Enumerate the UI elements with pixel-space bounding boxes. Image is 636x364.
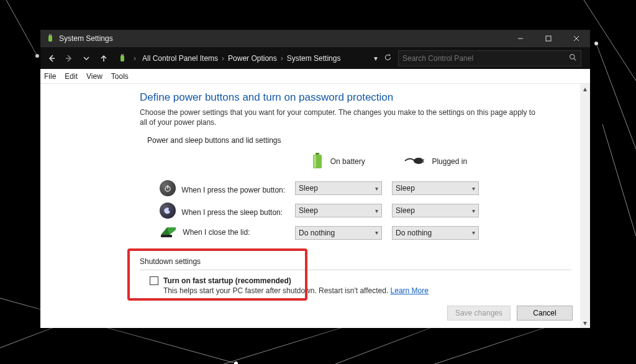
up-button[interactable]	[96, 50, 111, 67]
fast-startup-help: This helps start your PC faster after sh…	[163, 286, 571, 295]
svg-point-10	[234, 362, 238, 364]
battery-icon	[312, 153, 323, 171]
content-area: Define power buttons and turn on passwor…	[40, 84, 590, 328]
chevron-down-icon: ▾	[472, 229, 475, 236]
svg-rect-28	[316, 153, 319, 155]
menu-tools[interactable]: Tools	[111, 72, 129, 81]
navbar: › All Control Panel Items › Power Option…	[40, 47, 590, 69]
svg-rect-15	[51, 34, 52, 36]
chevron-down-icon: ▾	[375, 229, 378, 236]
lid-battery-select[interactable]: Do nothing▾	[295, 226, 382, 240]
breadcrumb: All Control Panel Items › Power Options …	[142, 54, 340, 63]
chevron-down-icon: ▾	[472, 185, 475, 192]
fast-startup-label: Turn on fast startup (recommended)	[163, 276, 291, 285]
save-changes-button[interactable]: Save changes	[447, 306, 511, 321]
svg-point-26	[570, 54, 575, 58]
menu-view[interactable]: View	[86, 72, 102, 81]
svg-point-9	[35, 54, 39, 58]
titlebar: System Settings	[40, 30, 590, 47]
refresh-icon[interactable]	[384, 53, 392, 63]
svg-rect-23	[120, 55, 124, 61]
vertical-scrollbar[interactable]: ▴ ▾	[580, 84, 590, 328]
cancel-button[interactable]: Cancel	[517, 306, 573, 321]
maximize-button[interactable]	[534, 30, 562, 47]
learn-more-link[interactable]: Learn More	[391, 286, 429, 295]
row-label: When I press the power button:	[181, 186, 285, 194]
dialog-buttons: Save changes Cancel	[447, 306, 573, 321]
svg-rect-17	[546, 36, 551, 41]
shutdown-settings-section: Shutdown settings Turn on fast startup (…	[140, 257, 571, 295]
search-box[interactable]	[398, 50, 581, 66]
power-settings-grid: On battery Plugged in When I pr	[155, 150, 484, 243]
sleep-button-plugged-select[interactable]: Sleep▾	[392, 204, 479, 217]
chevron-right-icon: ›	[281, 54, 283, 63]
scroll-up-icon[interactable]: ▴	[580, 84, 590, 94]
address-dropdown-icon[interactable]: ▾	[374, 54, 378, 63]
svg-line-4	[435, 323, 559, 364]
svg-rect-25	[123, 54, 124, 56]
lid-icon	[160, 225, 177, 240]
svg-line-8	[6, 0, 37, 56]
chevron-right-icon: ›	[134, 54, 136, 63]
power-button-battery-select[interactable]: Sleep▾	[295, 181, 382, 195]
menu-file[interactable]: File	[44, 72, 56, 81]
divider	[140, 270, 571, 270]
svg-rect-14	[49, 34, 50, 36]
menu-edit[interactable]: Edit	[65, 72, 78, 81]
svg-line-7	[602, 124, 636, 236]
window-controls	[506, 30, 590, 47]
fast-startup-checkbox[interactable]	[150, 276, 158, 285]
svg-line-27	[574, 58, 576, 60]
search-icon[interactable]	[569, 53, 577, 63]
svg-line-5	[584, 0, 636, 81]
location-icon	[117, 53, 127, 63]
chevron-down-icon: ▾	[375, 185, 378, 192]
page-body: Define power buttons and turn on passwor…	[40, 84, 590, 303]
page-subtitle: Choose the power settings that you want …	[140, 107, 537, 127]
sleep-button-battery-select[interactable]: Sleep▾	[295, 204, 382, 217]
svg-rect-13	[48, 35, 52, 42]
chevron-down-icon: ▾	[472, 207, 475, 214]
system-settings-window: System Settings › All Control Panel Item…	[40, 30, 590, 328]
breadcrumb-item[interactable]: All Control Panel Items	[142, 54, 218, 63]
recent-dropdown-icon[interactable]	[79, 50, 94, 67]
svg-rect-32	[422, 159, 424, 160]
power-button-plugged-select[interactable]: Sleep▾	[392, 181, 479, 195]
column-header-battery: On battery	[330, 157, 365, 166]
shutdown-section-title: Shutdown settings	[140, 257, 571, 266]
svg-point-31	[414, 158, 424, 164]
svg-point-12	[594, 42, 598, 45]
chevron-right-icon: ›	[222, 54, 224, 63]
section-label: Power and sleep buttons and lid settings	[147, 136, 571, 145]
svg-rect-30	[314, 155, 316, 168]
breadcrumb-item[interactable]: Power Options	[228, 54, 277, 63]
svg-rect-36	[161, 235, 172, 237]
window-title: System Settings	[59, 34, 113, 43]
breadcrumb-item[interactable]: System Settings	[287, 54, 341, 63]
plug-icon	[404, 155, 425, 168]
row-label: When I close the lid:	[183, 228, 250, 237]
menubar: File Edit View Tools	[40, 69, 590, 84]
sleep-button-icon	[160, 202, 176, 219]
svg-line-6	[596, 43, 636, 149]
scroll-down-icon[interactable]: ▾	[580, 318, 590, 328]
search-input[interactable]	[402, 54, 569, 63]
lid-plugged-select[interactable]: Do nothing▾	[392, 226, 479, 240]
back-button[interactable]	[44, 50, 59, 67]
power-button-icon	[160, 180, 176, 196]
minimize-button[interactable]	[506, 30, 534, 47]
app-icon	[45, 34, 55, 43]
chevron-down-icon: ▾	[375, 207, 378, 214]
close-button[interactable]	[562, 30, 590, 47]
page-heading: Define power buttons and turn on passwor…	[140, 91, 571, 104]
column-header-plugged: Plugged in	[432, 157, 467, 166]
row-label: When I press the sleep button:	[181, 208, 283, 217]
svg-rect-33	[422, 162, 424, 163]
svg-rect-24	[121, 54, 122, 56]
forward-button[interactable]	[61, 50, 76, 67]
